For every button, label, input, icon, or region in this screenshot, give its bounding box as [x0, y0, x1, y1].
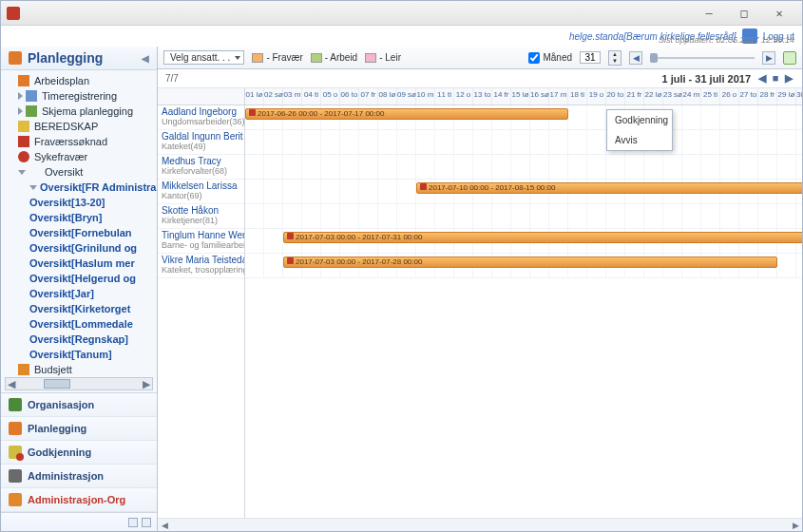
sidebar-item[interactable]: Oversikt[Bryn]: [1, 210, 157, 225]
chart-row: [245, 130, 802, 155]
app-icon: [7, 7, 20, 20]
absence-bar[interactable]: 2017-07-03 00:00 - 2017-07-28 00:00: [283, 256, 777, 268]
sidebar-item-label: Skjema planlegging: [42, 105, 133, 117]
sidebar-nav: OrganisasjonPlanleggingGodkjenningAdmini…: [1, 392, 157, 512]
employee-name-cell[interactable]: Mikkelsen LarissaKantor(69): [158, 180, 244, 204]
sidebar-item[interactable]: Oversikt[Regnskap]: [1, 332, 157, 347]
context-reject[interactable]: Avvis: [607, 130, 672, 150]
sidebar-item[interactable]: Timeregistrering: [1, 88, 157, 104]
day-cell: 28 fr: [758, 88, 777, 104]
nav-item-plan[interactable]: Planlegging: [1, 417, 157, 441]
absence-bar[interactable]: 2017-07-10 00:00 - 2017-08-15 00:00: [416, 182, 802, 194]
employee-name-cell[interactable]: Vikre Maria TeistedalKateket, trosopplær…: [158, 254, 244, 278]
prev-arrow[interactable]: ◀: [629, 51, 642, 65]
nav-item-admin[interactable]: Administrasjon: [1, 465, 157, 488]
chart-column[interactable]: 01 lø02 sø03 m04 ti05 o06 to07 fr08 lø09…: [245, 88, 802, 518]
period-next-icon[interactable]: ▶: [783, 72, 794, 85]
context-approve[interactable]: Godkjenning: [607, 110, 672, 130]
cal-icon: [18, 75, 29, 86]
sidebar-item[interactable]: Oversikt: [1, 164, 157, 180]
employee-name-cell[interactable]: Skotte HåkonKirketjener(81): [158, 204, 244, 229]
sidebar-item-label: Oversikt[FR Administras: [40, 181, 157, 193]
nav-item-label: Godkjenning: [28, 446, 91, 458]
close-button[interactable]: ✕: [762, 3, 796, 24]
nav-item-org[interactable]: Organisasjon: [1, 393, 157, 417]
month-checkbox[interactable]: [528, 52, 540, 64]
sidebar-item[interactable]: Sykefravær: [1, 149, 157, 164]
sidebar-collapse-icon[interactable]: ◀: [142, 53, 149, 64]
absence-bar[interactable]: 2017-07-03 00:00 - 2017-07-31 00:00: [283, 232, 802, 243]
nav-item-god[interactable]: Godkjenning: [1, 441, 157, 465]
sidebar-item[interactable]: Oversikt[Jar]: [1, 286, 157, 301]
day-cell: 08 lø: [378, 88, 397, 104]
employee-name-cell[interactable]: Aadland IngeborgUngdomsarbeider(36): [158, 105, 244, 130]
employee-name: Galdal Ingunn Berit: [162, 131, 240, 142]
minimize-button[interactable]: —: [692, 3, 726, 24]
folder-icon: [18, 121, 29, 132]
doc-icon: [26, 105, 37, 117]
days-stepper[interactable]: ▲ ▼: [608, 50, 621, 66]
sidebar-item[interactable]: Fraværssøknad: [1, 134, 157, 149]
zoom-slider[interactable]: [650, 52, 755, 64]
sidebar-item[interactable]: Oversikt[Lommedale: [1, 316, 157, 332]
sidebar-item[interactable]: Oversikt[Helgerud og: [1, 271, 157, 286]
employee-name-cell[interactable]: Galdal Ingunn BeritKateket(49): [158, 130, 244, 155]
sidebar-item[interactable]: BEREDSKAP: [1, 119, 157, 134]
employee-name: Medhus Tracy: [162, 156, 240, 166]
employee-role: Kirkeforvalter(68): [162, 166, 227, 176]
sidebar-item[interactable]: Oversikt[Tanum]: [1, 347, 157, 362]
bar-label: 2017-07-10 00:00 - 2017-08-15 00:00: [429, 183, 555, 192]
sidebar-item[interactable]: Arbeidsplan: [1, 73, 157, 88]
sidebar-item[interactable]: Oversikt[13-20]: [1, 195, 157, 210]
footer-btn-1[interactable]: [128, 518, 138, 527]
lock-icon: [287, 233, 294, 239]
period-prev-icon[interactable]: ◀: [756, 72, 768, 85]
maximize-button[interactable]: □: [727, 3, 761, 24]
scroll-left-icon[interactable]: ◀: [6, 378, 17, 390]
days-input[interactable]: [580, 51, 601, 64]
expand-icon: [18, 92, 23, 100]
employee-role: Kantor(69): [162, 191, 202, 200]
step-down-icon[interactable]: ▼: [609, 58, 621, 65]
footer-btn-2[interactable]: [142, 518, 151, 527]
period-stop-icon[interactable]: ■: [770, 72, 781, 85]
sidebar-item[interactable]: Budsjett: [1, 362, 157, 375]
day-cell: 07 fr: [359, 88, 378, 104]
scroll-right-icon[interactable]: ▶: [141, 378, 152, 390]
sidebar-item[interactable]: Skjema planlegging: [1, 104, 157, 119]
day-cell: 06 to: [340, 88, 359, 104]
scroll-thumb[interactable]: [44, 379, 70, 389]
admin-icon: [9, 469, 22, 483]
absence-bar[interactable]: 2017-06-26 00:00 - 2017-07-17 00:00: [245, 108, 568, 120]
toolbar: Velg ansatt. . . - Fravær - Arbeid - Lei…: [158, 47, 802, 69]
sidebar-item[interactable]: Oversikt[Fornebulan: [1, 225, 157, 240]
sidebar-item[interactable]: Oversikt[Haslum mer: [1, 256, 157, 271]
next-arrow[interactable]: ▶: [762, 51, 775, 65]
month-check[interactable]: Måned: [528, 52, 572, 64]
expand-icon: [18, 107, 23, 115]
employee-select[interactable]: Velg ansatt. . .: [163, 50, 244, 65]
expand-icon: [29, 185, 37, 190]
employee-name-cell[interactable]: Tinglum Hanne WennbergBarne- og familiea…: [158, 229, 244, 254]
chart-row: 2017-07-03 00:00 - 2017-07-31 00:00: [245, 229, 802, 254]
sidebar-item[interactable]: Oversikt[Kirketorget: [1, 301, 157, 316]
bscroll-left-icon[interactable]: ◀: [158, 521, 171, 530]
employee-name: Aadland Ingeborg: [162, 106, 240, 117]
day-cell: 14 fr: [492, 88, 511, 104]
sidebar-hscroll[interactable]: ◀ ▶: [5, 377, 153, 390]
sidebar-item-label: Oversikt[Haslum mer: [29, 257, 135, 269]
nav-item-adminorg[interactable]: Administrasjon-Org: [1, 488, 157, 512]
sidebar-item[interactable]: Oversikt[Grinilund og: [1, 240, 157, 256]
row-count: 7/7: [165, 73, 179, 84]
sidebar-item[interactable]: Oversikt[FR Administras: [1, 180, 157, 195]
employee-name: Mikkelsen Larissa: [162, 180, 240, 191]
sidebar-item-label: Arbeidsplan: [34, 75, 89, 86]
bscroll-right-icon[interactable]: ▶: [789, 521, 802, 530]
sidebar-item-label: Oversikt[Bryn]: [29, 212, 102, 223]
step-up-icon[interactable]: ▲: [609, 51, 621, 58]
employee-name-cell[interactable]: Medhus TracyKirkeforvalter(68): [158, 155, 244, 180]
bottom-scrollbar[interactable]: ◀ ▶: [158, 518, 802, 531]
planning-icon: [9, 51, 22, 65]
nav-item-label: Administrasjon: [28, 470, 104, 482]
refresh-button[interactable]: [783, 51, 796, 65]
